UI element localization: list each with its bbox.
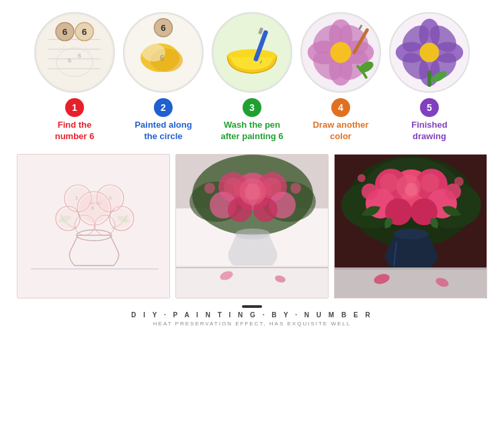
badge-number-3: 3 — [249, 102, 255, 113]
step-text-line1-4: Draw another — [312, 120, 368, 130]
svg-text:6: 6 — [160, 54, 164, 62]
badge-number-2: 2 — [161, 102, 166, 113]
step-text-2: Painted along the circle — [134, 120, 192, 143]
step-badge-2: 2 — [154, 98, 173, 117]
svg-text:6: 6 — [68, 57, 71, 64]
painting-image-1: 6 3 3 — [17, 154, 170, 298]
svg-point-36 — [331, 42, 351, 63]
step-text-line2-3: after painting 6 — [220, 131, 283, 141]
step-badge-5: 5 — [420, 98, 439, 117]
step-label-1: 1 Find the number 6 — [34, 98, 115, 143]
svg-point-117 — [358, 174, 366, 182]
svg-point-83 — [245, 184, 261, 200]
step-text-line1-1: Find the — [58, 120, 92, 130]
svg-point-87 — [290, 183, 301, 194]
step-text-line1-2: Painted along — [134, 120, 192, 130]
step-circle-4 — [300, 12, 381, 93]
svg-point-111 — [421, 173, 439, 192]
footer-section: D I Y · P A I N T I N G · B Y · N U M B … — [131, 305, 372, 327]
svg-rect-52 — [17, 155, 170, 298]
svg-text:3: 3 — [109, 196, 112, 200]
circles-row: 6 6 6 6 6 — [7, 12, 497, 93]
step-text-3: Wash the pen after painting 6 — [220, 120, 283, 143]
step-circle-2: 6 6 — [123, 12, 204, 93]
step-text-line1-3: Wash the pen — [224, 120, 280, 130]
step-text-4: Draw another color — [312, 120, 368, 143]
svg-point-106 — [362, 184, 378, 200]
svg-point-0 — [37, 15, 112, 90]
step-text-line2-5: drawing — [413, 131, 446, 141]
svg-rect-113 — [335, 268, 487, 298]
step-circle-5 — [389, 12, 470, 93]
svg-text:6: 6 — [78, 52, 81, 59]
step-text-line1-5: Finished — [411, 120, 447, 130]
painting-image-3 — [334, 154, 487, 298]
svg-point-112 — [394, 229, 429, 239]
svg-point-109 — [405, 183, 418, 196]
svg-point-88 — [235, 229, 270, 239]
svg-point-49 — [420, 43, 439, 63]
step-text-line2-4: color — [330, 131, 351, 141]
svg-text:6: 6 — [82, 27, 87, 37]
svg-point-84 — [224, 177, 243, 196]
badge-number-5: 5 — [427, 102, 432, 113]
step-text-line2-1: number 6 — [55, 131, 95, 141]
steps-section: 6 6 6 6 6 — [0, 0, 504, 146]
step-text-line2-2: the circle — [144, 131, 182, 141]
svg-point-63 — [67, 187, 89, 210]
step-badge-1: 1 — [65, 98, 84, 117]
step-label-4: 4 Draw another color — [300, 98, 381, 143]
step-label-5: 5 Finished drawing — [389, 98, 470, 143]
step-text-5: Finished drawing — [411, 120, 447, 143]
step-badge-4: 4 — [331, 98, 350, 117]
svg-point-118 — [454, 177, 464, 186]
painting-image-2 — [175, 154, 329, 298]
page-wrapper: 6 6 6 6 6 — [0, 0, 504, 443]
svg-text:3: 3 — [75, 196, 78, 200]
badge-number-4: 4 — [338, 102, 343, 113]
step-badge-3: 3 — [243, 98, 261, 117]
svg-point-85 — [263, 177, 282, 196]
svg-text:6: 6 — [62, 27, 68, 37]
step-label-3: 3 Wash the pen after painting 6 — [212, 98, 292, 143]
images-section: 6 3 3 — [0, 146, 504, 298]
svg-text:6: 6 — [161, 23, 166, 33]
step-circle-3 — [212, 12, 292, 93]
svg-point-86 — [204, 183, 215, 194]
step-circle-1: 6 6 6 6 — [34, 12, 115, 93]
badge-number-1: 1 — [72, 102, 77, 113]
svg-rect-50 — [427, 71, 431, 87]
footer-main-text: D I Y · P A I N T I N G · B Y · N U M B … — [131, 311, 372, 319]
step-text-1: Find the number 6 — [55, 120, 95, 143]
labels-row: 1 Find the number 6 2 Painted along the … — [7, 98, 497, 143]
svg-text:6: 6 — [91, 205, 95, 211]
footer-dots — [242, 305, 262, 308]
svg-rect-89 — [176, 266, 329, 298]
svg-point-110 — [380, 173, 398, 192]
footer-sub-text: HEAT PRESERVATION EFFECT, HAS EXQUISITE … — [153, 321, 351, 327]
step-label-2: 2 Painted along the circle — [123, 98, 204, 143]
